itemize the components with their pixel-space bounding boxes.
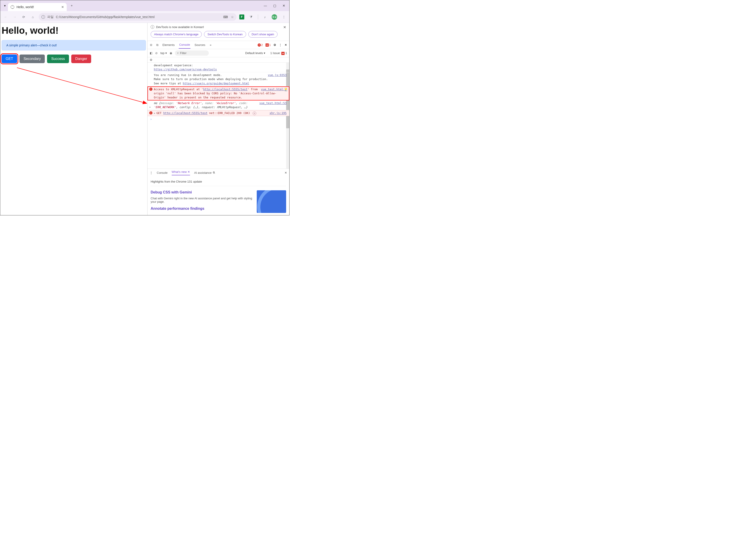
tab-more[interactable]: » xyxy=(209,41,212,48)
devtools-settings-button[interactable] xyxy=(273,43,276,46)
translate-icon[interactable]: ⌨ xyxy=(223,15,228,19)
error-count-badge[interactable]: ✕2 xyxy=(258,43,263,46)
expand-icon[interactable]: ▸ xyxy=(154,111,156,115)
source-link[interactable]: vue_test.html:1 xyxy=(261,87,287,92)
tab-close-button[interactable]: ✕ xyxy=(61,5,64,9)
close-whatsnew-tab[interactable]: ✕ xyxy=(187,170,190,174)
source-link[interactable]: vue_test.html:53 xyxy=(260,101,287,105)
tab-search-button[interactable]: ▾ xyxy=(2,2,8,9)
inspect-element-icon[interactable]: ⯐ xyxy=(150,43,153,46)
console-xhr-error: ✕ xhr.js:195 ▸GET http://localhost:5555/… xyxy=(147,110,289,116)
console-message: vue.js:9353 You are running Vue in devel… xyxy=(147,73,289,86)
drawer-close-button[interactable]: ✕ xyxy=(285,171,287,175)
close-window-button[interactable]: ✕ xyxy=(283,4,285,7)
home-button[interactable]: ⌂ xyxy=(29,14,36,20)
console-toolbar: ◧ ⊘ top ▾ ◉ ▿ Filter Default levels ▾ 1 … xyxy=(147,49,289,57)
pill-match-language[interactable]: Always match Chrome's language xyxy=(151,31,202,38)
extension-icons: F ⧩ ♪ 웅걸 xyxy=(239,14,287,20)
url-scheme-label: 파일 xyxy=(47,15,54,19)
console-settings-button[interactable] xyxy=(150,58,152,62)
whatsnew-card-heading: Debug CSS with Gemini xyxy=(151,190,253,194)
xhr-url-link[interactable]: http://localhost:5555/test xyxy=(163,111,208,115)
url-text: C:/Users/Woong/Documents/GitHub/ppp/flas… xyxy=(56,15,221,19)
minimize-button[interactable]: — xyxy=(264,4,267,7)
banner-close-button[interactable]: ✕ xyxy=(283,25,286,38)
console-filter-input[interactable]: ▿ Filter xyxy=(175,51,209,56)
forward-button[interactable]: → xyxy=(12,14,18,20)
console-settings-row xyxy=(147,57,289,63)
live-expression-button[interactable]: ◉ xyxy=(170,52,172,55)
context-selector[interactable]: top ▾ xyxy=(160,52,167,55)
reload-button[interactable]: ⟳ xyxy=(21,14,27,20)
clear-console-button[interactable]: ⊘ xyxy=(155,52,158,55)
alert-primary: A simple primary alert—check it out! xyxy=(2,40,146,51)
secondary-button[interactable]: Secondary xyxy=(19,55,45,63)
button-row: GET Secondary Success Danger xyxy=(2,55,146,63)
globe-icon xyxy=(11,5,14,9)
console-prompt[interactable]: › xyxy=(147,116,289,122)
maximize-button[interactable]: ▢ xyxy=(273,4,276,7)
extension-f-icon[interactable]: F xyxy=(239,15,244,19)
error-icon: ✕ xyxy=(149,111,152,115)
tab-title: Hello, world! xyxy=(17,5,59,9)
whatsnew-title: Highlights from the Chrome 131 update xyxy=(151,179,286,186)
drawer-menu-button[interactable] xyxy=(150,171,153,175)
pill-dont-show[interactable]: Don't show again xyxy=(248,31,278,38)
expand-icon[interactable]: ▸ xyxy=(149,105,152,108)
console-output: development experience: https://github.c… xyxy=(147,63,289,168)
drawer-tab-bar: Console What's new ✕ AI assistance ⚗ ✕ xyxy=(147,168,289,177)
devtools-locale-banner: i DevTools is now available in Korean! A… xyxy=(147,23,289,41)
page-content: Hello, world! A simple primary alert—che… xyxy=(0,23,147,215)
vue-deploy-link[interactable]: https://vuejs.org/guide/deployment.html xyxy=(183,82,249,85)
whatsnew-card-text: Chat with Gemini right in the new AI ass… xyxy=(151,197,253,203)
profile-avatar[interactable]: 웅걸 xyxy=(272,14,277,20)
extensions-button[interactable]: ⧩ xyxy=(248,14,254,20)
console-message: vue_test.html:53 ▸ me {message: 'Network… xyxy=(147,100,289,110)
whatsnew-card-image xyxy=(257,190,286,213)
devtools-menu-button[interactable] xyxy=(279,43,282,46)
site-info-icon[interactable]: i xyxy=(41,15,45,19)
drawer-tab-ai[interactable]: AI assistance ⚗ xyxy=(194,171,215,175)
info-icon: i xyxy=(151,25,154,29)
bookmark-icon[interactable]: ☆ xyxy=(231,15,234,19)
source-link[interactable]: vue.js:9353 xyxy=(268,73,287,77)
tab-elements[interactable]: Elements xyxy=(162,41,175,48)
console-message: development experience: https://github.c… xyxy=(147,63,289,73)
browser-tab[interactable]: Hello, world! ✕ xyxy=(8,3,67,11)
danger-button[interactable]: Danger xyxy=(71,55,91,63)
console-sidebar-toggle[interactable]: ◧ xyxy=(150,52,152,55)
console-cors-error: ✕ 💡 vue_test.html:1 Access to XMLHttpReq… xyxy=(147,86,289,100)
devtools-tab-bar: ⯐ ⧉ Elements Console Sources » ✕2 ■1 ✕ xyxy=(147,41,289,49)
log-levels-selector[interactable]: Default levels ▾ xyxy=(245,52,265,55)
titlebar: ▾ Hello, world! ✕ ＋ — ▢ ✕ xyxy=(0,0,289,11)
separator xyxy=(258,15,258,19)
issues-link[interactable]: 1 Issue: ■ 1 xyxy=(270,52,287,55)
devtools-panel: i DevTools is now available in Korean! A… xyxy=(147,23,289,215)
window-controls: — ▢ ✕ xyxy=(264,4,288,7)
omnibox[interactable]: i 파일 C:/Users/Woong/Documents/GitHub/ppp… xyxy=(39,13,237,21)
error-icon: ✕ xyxy=(149,87,152,91)
whatsnew-card-heading: Annotate performance findings xyxy=(151,206,253,211)
cors-url-link[interactable]: http://localhost:5555/test xyxy=(203,87,247,91)
success-button[interactable]: Success xyxy=(47,55,69,63)
chrome-menu-button[interactable] xyxy=(281,14,287,20)
back-button[interactable]: ← xyxy=(2,14,9,20)
tab-console[interactable]: Console xyxy=(179,41,190,49)
tab-sources[interactable]: Sources xyxy=(194,41,206,48)
media-control-icon[interactable]: ♪ xyxy=(262,14,268,20)
source-link[interactable]: xhr.js:195 xyxy=(270,111,287,115)
page-heading: Hello, world! xyxy=(2,25,146,36)
issues-count-badge[interactable]: ■1 xyxy=(266,43,271,46)
vue-devtools-link[interactable]: https://github.com/vuejs/vue-devtools xyxy=(154,68,217,71)
pill-switch-korean[interactable]: Switch DevTools to Korean xyxy=(204,31,246,38)
new-tab-button[interactable]: ＋ xyxy=(68,2,75,9)
address-bar: ← → ⟳ ⌂ i 파일 C:/Users/Woong/Documents/Gi… xyxy=(0,11,289,23)
drawer-tab-whatsnew[interactable]: What's new ✕ xyxy=(172,170,190,175)
drawer-tab-console[interactable]: Console xyxy=(157,171,168,175)
devtools-close-button[interactable]: ✕ xyxy=(285,43,287,46)
whatsnew-panel: Highlights from the Chrome 131 update De… xyxy=(147,177,289,215)
get-button[interactable]: GET xyxy=(2,55,17,63)
cors-indicator-icon[interactable]: ⊕ xyxy=(253,112,256,115)
ai-hint-button[interactable]: 💡 xyxy=(284,87,288,92)
device-toggle-icon[interactable]: ⧉ xyxy=(156,43,158,47)
